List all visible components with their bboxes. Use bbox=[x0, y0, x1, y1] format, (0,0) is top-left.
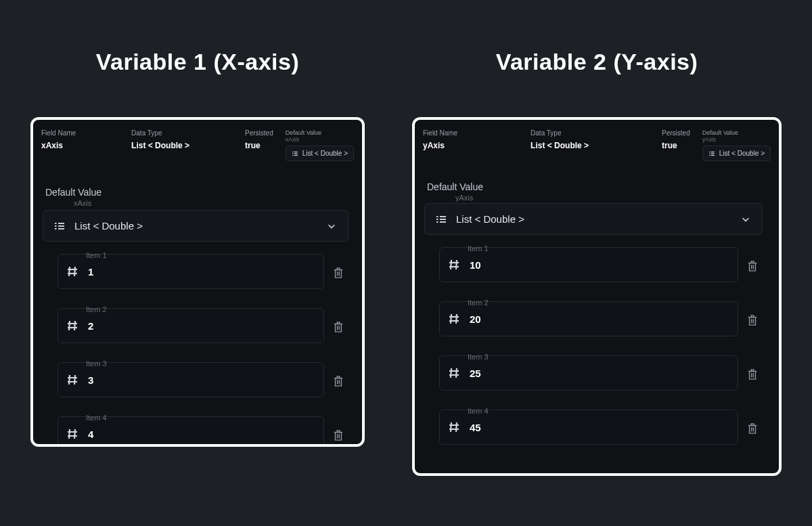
list-header-left: List < Double > bbox=[54, 220, 143, 232]
list-icon bbox=[436, 214, 447, 225]
number-icon bbox=[448, 367, 460, 379]
item-value: 3 bbox=[88, 374, 93, 386]
delete-item-button[interactable] bbox=[746, 367, 759, 382]
svg-line-30 bbox=[69, 429, 70, 439]
mini-default-pill[interactable]: List < Double > bbox=[702, 146, 771, 161]
svg-rect-46 bbox=[436, 221, 438, 223]
summary-row: Field Name xAxis Data Type List < Double… bbox=[33, 120, 362, 164]
summary-row: Field Name yAxis Data Type List < Double… bbox=[415, 120, 779, 164]
number-icon bbox=[66, 374, 78, 386]
summary-field-name: Field Name xAxis bbox=[41, 129, 76, 150]
item-row: 2 bbox=[58, 311, 344, 343]
svg-rect-1 bbox=[294, 151, 297, 152]
number-icon bbox=[448, 313, 460, 325]
two-panel-layout: Variable 1 (X-axis) Field Name xAxis Dat… bbox=[0, 0, 812, 526]
list-item: Item 3 25 bbox=[424, 350, 759, 391]
svg-rect-4 bbox=[292, 154, 293, 155]
svg-rect-11 bbox=[58, 228, 64, 229]
summary-label: Data Type bbox=[531, 129, 589, 137]
delete-item-button[interactable] bbox=[332, 428, 344, 443]
default-value-block: Default Value yAxis List < Double > bbox=[415, 181, 779, 445]
delete-item-button[interactable] bbox=[332, 374, 344, 389]
default-value-sub: xAxis bbox=[74, 199, 348, 207]
list-type-text: List < Double > bbox=[74, 220, 143, 232]
svg-rect-47 bbox=[440, 221, 446, 223]
svg-line-61 bbox=[456, 368, 457, 378]
svg-rect-9 bbox=[58, 225, 64, 227]
svg-line-49 bbox=[456, 260, 457, 269]
summary-label: Persisted bbox=[662, 129, 690, 137]
svg-rect-0 bbox=[292, 151, 293, 152]
svg-line-13 bbox=[74, 267, 75, 276]
svg-line-55 bbox=[456, 314, 457, 324]
list-item: Item 1 10 bbox=[424, 242, 759, 282]
summary-persisted: Persisted true bbox=[662, 129, 690, 150]
summary-default-mini: Default Value xAxis List < Double > bbox=[286, 129, 354, 161]
svg-rect-6 bbox=[55, 223, 57, 224]
summary-value: xAxis bbox=[41, 141, 76, 150]
number-icon bbox=[66, 320, 78, 332]
svg-line-18 bbox=[69, 321, 70, 330]
item-caption: Item 2 bbox=[468, 299, 759, 307]
items-list: Item 1 10 bbox=[424, 242, 763, 445]
item-caption: Item 2 bbox=[86, 305, 344, 313]
delete-item-button[interactable] bbox=[746, 313, 759, 328]
mini-default-pill[interactable]: List < Double > bbox=[286, 146, 354, 161]
summary-label: Field Name bbox=[423, 129, 457, 137]
svg-rect-10 bbox=[55, 228, 57, 229]
svg-rect-8 bbox=[55, 225, 57, 227]
delete-item-button[interactable] bbox=[746, 421, 759, 436]
svg-line-48 bbox=[451, 260, 451, 269]
summary-value: true bbox=[245, 141, 273, 150]
summary-field-name: Field Name yAxis bbox=[423, 129, 457, 150]
mini-default-sub: xAxis bbox=[286, 136, 299, 143]
item-row: 25 bbox=[439, 358, 759, 391]
list-item: Item 2 2 bbox=[43, 303, 344, 343]
summary-value: true bbox=[662, 141, 690, 150]
mini-default-label: Default Value bbox=[702, 129, 738, 136]
item-row: 4 bbox=[58, 419, 344, 447]
svg-rect-38 bbox=[709, 153, 710, 154]
item-value: 10 bbox=[470, 259, 481, 271]
item-row: 3 bbox=[58, 365, 344, 397]
svg-line-31 bbox=[74, 429, 75, 439]
chevron-down-icon bbox=[740, 214, 751, 225]
svg-rect-42 bbox=[436, 216, 438, 217]
svg-line-60 bbox=[451, 368, 451, 378]
list-header-left: List < Double > bbox=[436, 213, 524, 225]
default-value-title: Default Value bbox=[427, 181, 763, 192]
delete-item-button[interactable] bbox=[746, 259, 759, 273]
mini-default-sub: yAxis bbox=[702, 136, 716, 143]
number-icon bbox=[66, 265, 78, 278]
svg-rect-45 bbox=[440, 219, 446, 220]
svg-line-24 bbox=[69, 375, 70, 385]
summary-value: List < Double > bbox=[131, 141, 189, 150]
svg-rect-7 bbox=[58, 223, 64, 224]
item-caption: Item 3 bbox=[468, 353, 759, 361]
svg-rect-43 bbox=[440, 216, 446, 217]
svg-rect-3 bbox=[294, 153, 297, 154]
list-item: Item 2 20 bbox=[424, 296, 759, 336]
svg-rect-2 bbox=[292, 153, 293, 154]
svg-line-66 bbox=[451, 422, 451, 432]
list-type-dropdown[interactable]: List < Double > bbox=[43, 210, 348, 242]
item-value: 4 bbox=[88, 429, 93, 440]
default-value-block: Default Value xAxis List < Double > bbox=[33, 187, 362, 447]
delete-item-button[interactable] bbox=[332, 320, 344, 334]
summary-data-type: Data Type List < Double > bbox=[131, 129, 189, 150]
list-item: Item 4 45 bbox=[424, 404, 759, 445]
chevron-down-icon bbox=[326, 221, 337, 232]
panel-yaxis: Field Name yAxis Data Type List < Double… bbox=[412, 117, 782, 476]
summary-data-type: Data Type List < Double > bbox=[531, 129, 589, 150]
list-item: Item 4 4 bbox=[43, 411, 344, 447]
default-value-title: Default Value bbox=[45, 187, 348, 198]
item-value: 20 bbox=[470, 313, 481, 325]
svg-line-19 bbox=[74, 321, 75, 330]
list-icon bbox=[708, 150, 715, 157]
list-type-dropdown[interactable]: List < Double > bbox=[424, 203, 763, 235]
item-value: 25 bbox=[470, 368, 481, 379]
svg-rect-40 bbox=[709, 154, 710, 155]
item-value: 45 bbox=[470, 422, 481, 433]
column-title: Variable 2 (Y-axis) bbox=[496, 49, 698, 75]
delete-item-button[interactable] bbox=[332, 265, 344, 280]
